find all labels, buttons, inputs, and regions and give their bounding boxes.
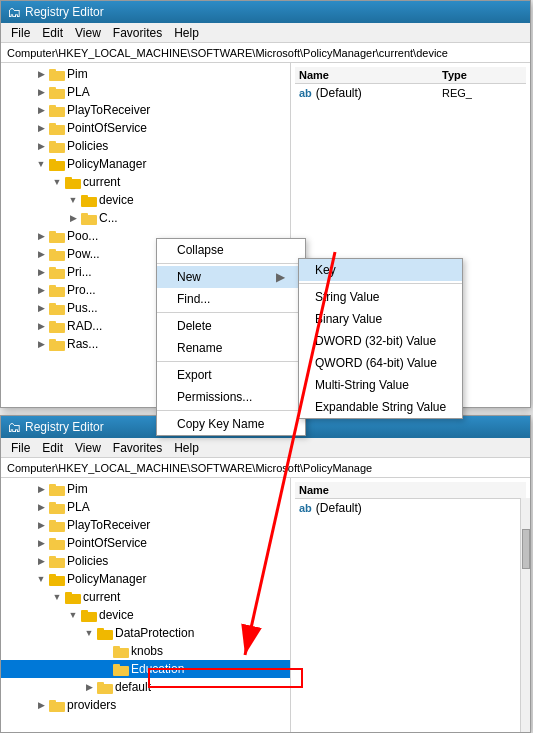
expander-current: ▼ bbox=[49, 174, 65, 190]
context-copy-key-name[interactable]: Copy Key Name bbox=[157, 413, 305, 435]
tree-item-current[interactable]: ▼ current bbox=[1, 173, 290, 191]
folder-icon-poo bbox=[49, 229, 65, 243]
tree-item-policies[interactable]: ▶ Policies bbox=[1, 137, 290, 155]
btree-current[interactable]: ▼ current bbox=[1, 588, 290, 606]
bcol-name: Name bbox=[299, 484, 522, 496]
bottom-address-bar: Computer\HKEY_LOCAL_MACHINE\SOFTWARE\Mic… bbox=[1, 458, 530, 478]
bottom-menu-file[interactable]: File bbox=[5, 440, 36, 456]
btree-device[interactable]: ▼ device bbox=[1, 606, 290, 624]
tree-item-device[interactable]: ▼ device bbox=[1, 191, 290, 209]
tree-item-playtoreceiver[interactable]: ▶ PlayToReceiver bbox=[1, 101, 290, 119]
btree-policymanager[interactable]: ▼ PolicyManager bbox=[1, 570, 290, 588]
expander-pro: ▶ bbox=[33, 282, 49, 298]
blabel-providers: providers bbox=[67, 698, 116, 712]
svg-rect-49 bbox=[97, 628, 104, 632]
bexp-policies: ▶ bbox=[33, 553, 49, 569]
tree-item-pointofservice[interactable]: ▶ PointOfService bbox=[1, 119, 290, 137]
bottom-menu-edit[interactable]: Edit bbox=[36, 440, 69, 456]
svg-rect-45 bbox=[65, 592, 72, 596]
bexp-dataprotection: ▼ bbox=[81, 625, 97, 641]
tree-label-pla: PLA bbox=[67, 85, 90, 99]
ab-icon: ab bbox=[299, 87, 312, 99]
bottom-tree-pane[interactable]: ▶ Pim ▶ PLA ▶ PlayToReceiver bbox=[1, 478, 291, 732]
expander-pla: ▶ bbox=[33, 84, 49, 100]
tree-label-pow: Pow... bbox=[67, 247, 100, 261]
bottom-window-title: Registry Editor bbox=[25, 420, 104, 434]
folder-icon-pow bbox=[49, 247, 65, 261]
tree-item-pla[interactable]: ▶ PLA bbox=[1, 83, 290, 101]
svg-rect-7 bbox=[49, 123, 56, 127]
context-delete[interactable]: Delete bbox=[157, 315, 305, 337]
tree-label-device: device bbox=[99, 193, 134, 207]
btree-pim[interactable]: ▶ Pim bbox=[1, 480, 290, 498]
menu-view[interactable]: View bbox=[69, 25, 107, 41]
expander-rad: ▶ bbox=[33, 318, 49, 334]
bottom-menu-view[interactable]: View bbox=[69, 440, 107, 456]
expander-policymanager: ▼ bbox=[33, 156, 49, 172]
context-permissions[interactable]: Permissions... bbox=[157, 386, 305, 408]
value-row-default[interactable]: ab (Default) REG_ bbox=[295, 84, 526, 102]
tree-item-c[interactable]: ▶ C... bbox=[1, 209, 290, 227]
top-address-bar: Computer\HKEY_LOCAL_MACHINE\SOFTWARE\Mic… bbox=[1, 43, 530, 63]
btree-policies[interactable]: ▶ Policies bbox=[1, 552, 290, 570]
context-find[interactable]: Find... bbox=[157, 288, 305, 310]
expander-policies: ▶ bbox=[33, 138, 49, 154]
tree-item-pim[interactable]: ▶ Pim bbox=[1, 65, 290, 83]
tree-item-policymanager[interactable]: ▼ PolicyManager bbox=[1, 155, 290, 173]
svg-rect-1 bbox=[49, 69, 56, 73]
submenu-multistring[interactable]: Multi-String Value bbox=[299, 374, 462, 396]
top-window-icon: 🗂 bbox=[7, 4, 21, 20]
bfolder-knobs bbox=[113, 644, 129, 658]
context-new[interactable]: New ▶ bbox=[157, 266, 305, 288]
blabel-default: default bbox=[115, 680, 151, 694]
menu-favorites[interactable]: Favorites bbox=[107, 25, 168, 41]
expander-poo: ▶ bbox=[33, 228, 49, 244]
btree-playtoreceiver[interactable]: ▶ PlayToReceiver bbox=[1, 516, 290, 534]
separator-1 bbox=[157, 263, 305, 264]
bottom-menu-favorites[interactable]: Favorites bbox=[107, 440, 168, 456]
context-export[interactable]: Export bbox=[157, 364, 305, 386]
btree-pointofservice[interactable]: ▶ PointOfService bbox=[1, 534, 290, 552]
svg-rect-25 bbox=[49, 285, 56, 289]
context-rename[interactable]: Rename bbox=[157, 337, 305, 359]
btree-providers[interactable]: ▶ providers bbox=[1, 696, 290, 714]
tree-label-playtoreceiver: PlayToReceiver bbox=[67, 103, 150, 117]
svg-rect-23 bbox=[49, 267, 56, 271]
context-collapse[interactable]: Collapse bbox=[157, 239, 305, 261]
expander-pointofservice: ▶ bbox=[33, 120, 49, 136]
expander-device: ▼ bbox=[65, 192, 81, 208]
svg-rect-19 bbox=[49, 231, 56, 235]
btree-dataprotection[interactable]: ▼ DataProtection bbox=[1, 624, 290, 642]
blabel-dataprotection: DataProtection bbox=[115, 626, 194, 640]
submenu-string-value[interactable]: String Value bbox=[299, 286, 462, 308]
menu-help[interactable]: Help bbox=[168, 25, 205, 41]
menu-file[interactable]: File bbox=[5, 25, 36, 41]
bottom-value-row-default[interactable]: ab (Default) bbox=[295, 499, 526, 517]
bottom-scrollbar-thumb[interactable] bbox=[522, 529, 530, 569]
top-value-header: Name Type bbox=[295, 67, 526, 84]
btree-knobs[interactable]: ▶ knobs bbox=[1, 642, 290, 660]
bfolder-playtoreceiver bbox=[49, 518, 65, 532]
bottom-scrollbar[interactable] bbox=[520, 498, 530, 732]
svg-rect-57 bbox=[49, 700, 56, 704]
menu-edit[interactable]: Edit bbox=[36, 25, 69, 41]
folder-icon-c bbox=[81, 211, 97, 225]
btree-default[interactable]: ▶ default bbox=[1, 678, 290, 696]
bottom-menu-bar: File Edit View Favorites Help bbox=[1, 438, 530, 458]
bottom-value-header: Name bbox=[295, 482, 526, 499]
top-main-content: ▶ Pim ▶ PLA ▶ PlayToReceiver bbox=[1, 63, 530, 407]
submenu-expandable[interactable]: Expandable String Value bbox=[299, 396, 462, 418]
bottom-window-icon: 🗂 bbox=[7, 419, 21, 435]
submenu-dword[interactable]: DWORD (32-bit) Value bbox=[299, 330, 462, 352]
folder-icon-pro bbox=[49, 283, 65, 297]
submenu-key[interactable]: Key bbox=[299, 259, 462, 281]
expander-pim: ▶ bbox=[33, 66, 49, 82]
submenu-binary-value[interactable]: Binary Value bbox=[299, 308, 462, 330]
bottom-menu-help[interactable]: Help bbox=[168, 440, 205, 456]
bfolder-current bbox=[65, 590, 81, 604]
bexp-providers: ▶ bbox=[33, 697, 49, 713]
btree-education[interactable]: ▶ Education bbox=[1, 660, 290, 678]
submenu-qword[interactable]: QWORD (64-bit) Value bbox=[299, 352, 462, 374]
top-address-text: Computer\HKEY_LOCAL_MACHINE\SOFTWARE\Mic… bbox=[7, 47, 448, 59]
btree-pla[interactable]: ▶ PLA bbox=[1, 498, 290, 516]
